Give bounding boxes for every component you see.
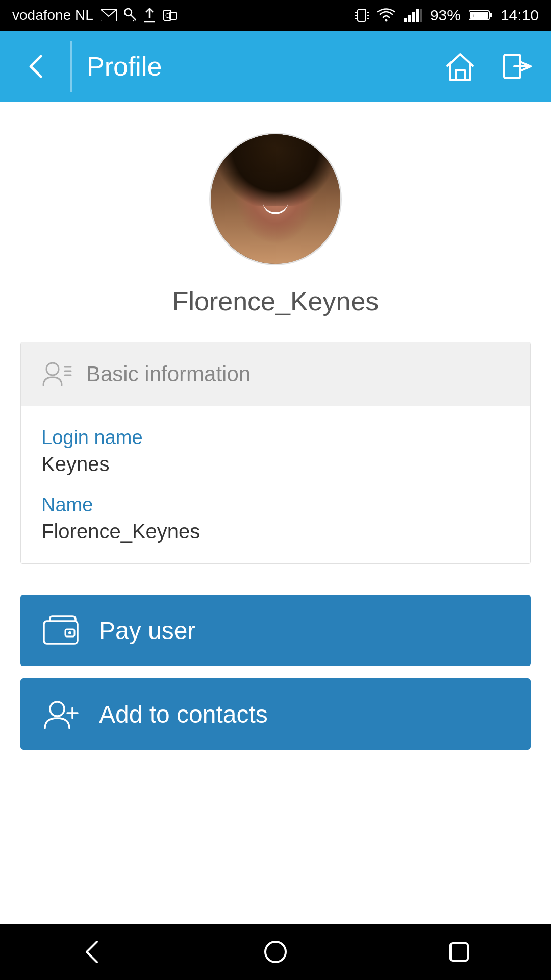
home-button[interactable] — [442, 48, 479, 85]
svg-line-4 — [133, 20, 134, 21]
nav-back-icon — [79, 939, 105, 965]
svg-text:O: O — [165, 12, 170, 19]
mail-icon — [101, 9, 117, 21]
name-label: Name — [41, 494, 510, 516]
basic-info-body: Login name Keynes Name Florence_Keynes — [21, 406, 530, 564]
vibrate-icon — [355, 7, 369, 23]
svg-point-35 — [68, 631, 71, 634]
basic-info-header: Basic information — [21, 342, 530, 406]
svg-point-16 — [385, 19, 387, 22]
status-bar: vodafone NL O — [0, 0, 551, 31]
svg-point-36 — [50, 702, 64, 716]
svg-rect-33 — [44, 621, 78, 644]
svg-rect-18 — [408, 15, 411, 22]
svg-rect-23 — [490, 13, 492, 17]
svg-point-39 — [265, 942, 286, 962]
profile-username: Florence_Keynes — [172, 286, 379, 316]
toolbar-title: Profile — [87, 51, 442, 82]
basic-info-card: Basic information Login name Keynes Name… — [20, 342, 531, 564]
nav-back-button[interactable] — [71, 932, 112, 972]
carrier-label: vodafone NL — [12, 7, 93, 23]
svg-rect-21 — [420, 9, 422, 22]
svg-rect-26 — [456, 70, 465, 80]
nav-recents-button[interactable] — [439, 932, 480, 972]
svg-rect-20 — [416, 9, 419, 22]
login-name-value: Keynes — [41, 453, 510, 476]
svg-rect-19 — [412, 12, 415, 22]
avatar — [209, 133, 342, 265]
battery-label: 93% — [430, 7, 461, 24]
svg-rect-40 — [450, 943, 468, 961]
toolbar-divider — [70, 41, 72, 92]
login-name-label: Login name — [41, 427, 510, 449]
svg-line-2 — [131, 15, 136, 20]
nav-bar — [0, 924, 551, 980]
key-icon — [124, 8, 136, 22]
battery-icon: + — [469, 9, 492, 21]
svg-point-1 — [124, 9, 132, 16]
back-arrow-icon — [23, 54, 48, 79]
svg-rect-17 — [404, 18, 407, 22]
home-icon — [445, 52, 475, 81]
upload-icon — [143, 8, 156, 23]
wifi-icon — [377, 8, 395, 22]
time-label: 14:10 — [500, 7, 539, 24]
svg-text:+: + — [472, 13, 475, 19]
nav-home-button[interactable] — [255, 932, 296, 972]
basic-info-label: Basic information — [86, 362, 251, 386]
avatar-hair — [211, 134, 340, 206]
pay-user-label: Pay user — [99, 617, 195, 645]
add-contact-icon — [43, 699, 79, 729]
signal-icon — [404, 8, 422, 22]
toolbar-actions — [442, 48, 536, 85]
outlook-icon: O — [163, 8, 177, 22]
main-content: Florence_Keynes Basic information Login … — [0, 102, 551, 924]
svg-line-3 — [134, 18, 135, 19]
toolbar: Profile — [0, 31, 551, 102]
nav-recents-icon — [446, 939, 472, 965]
wallet-icon — [43, 615, 79, 646]
status-bar-right: 93% + 14:10 — [355, 7, 539, 24]
svg-rect-9 — [358, 9, 366, 21]
nav-home-icon — [263, 939, 288, 965]
add-contacts-label: Add to contacts — [99, 700, 268, 728]
logout-icon — [502, 52, 533, 81]
basic-info-icon — [41, 359, 72, 389]
back-button[interactable] — [15, 46, 56, 87]
status-bar-left: vodafone NL O — [12, 7, 177, 23]
svg-point-29 — [46, 363, 59, 375]
add-contacts-button[interactable]: Add to contacts — [20, 678, 531, 750]
name-value: Florence_Keynes — [41, 520, 510, 543]
pay-user-button[interactable]: Pay user — [20, 595, 531, 666]
logout-button[interactable] — [499, 48, 536, 85]
